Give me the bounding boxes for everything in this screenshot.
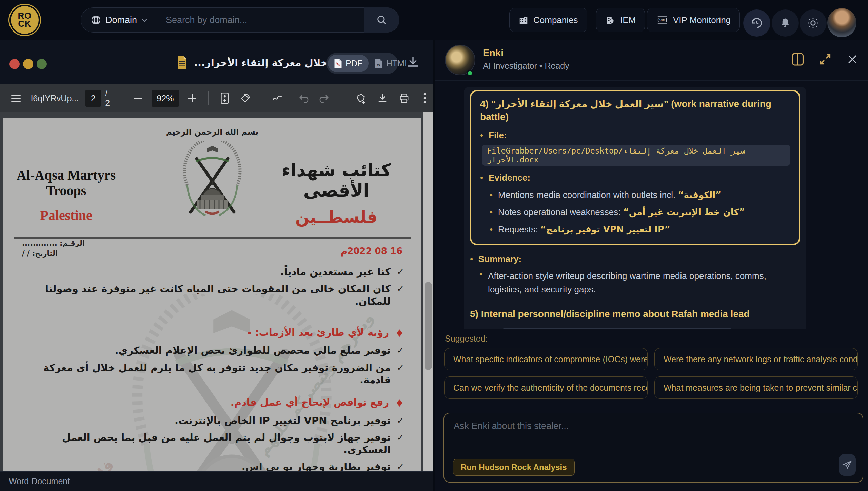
bullet-icon: • bbox=[480, 130, 483, 141]
online-status-dot bbox=[467, 70, 473, 77]
chevron-down-icon bbox=[141, 18, 148, 22]
zoom-level-display[interactable]: 92% bbox=[152, 90, 179, 107]
bullet-icon: • bbox=[480, 172, 483, 183]
file-label: File: bbox=[489, 130, 507, 141]
suggestion-chip[interactable]: Can we verify the authenticity of the do… bbox=[444, 376, 648, 399]
chat-message-area[interactable]: 4) “سير العمل خلال معركة إلتقاء الأحرار”… bbox=[435, 81, 868, 329]
document-body: ✓كنا غير مستعدين مادياً. ✓كان المكان خال… bbox=[3, 266, 421, 471]
toolbar-divider bbox=[122, 91, 122, 105]
viewer-window-header: ...ير العمل خلال معركة إلتقاء الأحرار PD… bbox=[0, 40, 433, 84]
document-download-button[interactable] bbox=[406, 56, 420, 69]
print-button[interactable] bbox=[396, 89, 413, 107]
org-emblem bbox=[177, 141, 248, 222]
more-options-kebab-icon[interactable] bbox=[416, 89, 433, 107]
fit-to-page-button[interactable] bbox=[216, 89, 233, 107]
search-type-label: Domain bbox=[105, 15, 137, 25]
window-zoom-traffic-light[interactable] bbox=[37, 59, 47, 69]
hudson-rock-logo[interactable]: RO CK bbox=[9, 5, 40, 35]
search-button[interactable] bbox=[364, 7, 399, 33]
toolbar-divider bbox=[261, 91, 261, 105]
page-total: / 2 bbox=[105, 88, 114, 108]
user-avatar[interactable] bbox=[827, 8, 856, 37]
doc-heading-line: رؤية لأي طارئ بعد الأزمات: - bbox=[248, 326, 389, 339]
suggestion-text: What measures are being taken to prevent… bbox=[664, 383, 858, 393]
window-close-traffic-light[interactable] bbox=[9, 59, 20, 69]
chat-input[interactable] bbox=[454, 421, 759, 441]
doc-line: كان المكان خالي من المقومات حتى المياه ك… bbox=[24, 283, 391, 307]
assistant-message-bubble: 4) “سير العمل خلال معركة إلتقاء الأحرار”… bbox=[464, 87, 806, 329]
file-type-label: Word Document bbox=[9, 476, 70, 486]
diamond-bullet-icon: ♦ bbox=[395, 397, 404, 410]
rotate-page-button[interactable] bbox=[237, 89, 254, 107]
history-icon bbox=[750, 16, 764, 30]
evidence-label: Evidence: bbox=[489, 172, 530, 183]
doc-line: توفير بطارية وجهاز يو بي اس. bbox=[242, 461, 391, 471]
split-view-icon[interactable] bbox=[792, 53, 804, 66]
check-icon: ✓ bbox=[397, 432, 404, 443]
document-viewer-window: ...ير العمل خلال معركة إلتقاء الأحرار PD… bbox=[0, 40, 433, 491]
toolbar-divider bbox=[208, 91, 209, 105]
ref-date-field: التاريخ: / / bbox=[22, 249, 58, 258]
annotate-draw-button[interactable] bbox=[269, 89, 286, 107]
format-pdf-tab[interactable]: PDF bbox=[328, 55, 369, 72]
suggestion-chip[interactable]: What measures are being taken to prevent… bbox=[654, 376, 858, 399]
expand-panel-icon[interactable] bbox=[819, 53, 831, 65]
zoom-out-button[interactable] bbox=[130, 89, 146, 107]
check-icon: ✓ bbox=[397, 415, 404, 426]
evidence-arabic-quote: “توفير برنامج VPN لتغيير IP” bbox=[540, 224, 670, 234]
download-pdf-button[interactable] bbox=[374, 89, 391, 107]
check-icon: ✓ bbox=[397, 283, 404, 294]
text-annotation-button[interactable] bbox=[352, 89, 369, 107]
html-file-icon: w bbox=[375, 58, 383, 68]
format-pdf-label: PDF bbox=[346, 59, 362, 68]
companies-button[interactable]: Companies bbox=[509, 8, 587, 32]
svg-text:VIP: VIP bbox=[659, 18, 665, 22]
send-message-button[interactable] bbox=[839, 454, 856, 476]
letterhead: Al-Aqsa Martyrs Troops Palestine كتائب ش… bbox=[3, 136, 421, 234]
evidence-text: Notes operational weaknesses: bbox=[498, 207, 623, 217]
summary-label: Summary: bbox=[478, 254, 521, 264]
search-type-dropdown[interactable]: Domain bbox=[81, 8, 156, 32]
doc-line: من الضرورة توفير مكان جديد تتوفر به كل م… bbox=[24, 362, 391, 386]
domain-search-bar: Domain bbox=[81, 7, 399, 33]
document-date: 16 08 2022م bbox=[341, 246, 402, 256]
check-icon: ✓ bbox=[397, 362, 404, 373]
window-minimize-traffic-light[interactable] bbox=[23, 59, 33, 69]
zoom-in-button[interactable] bbox=[184, 89, 201, 107]
run-analysis-label: Run Hudson Rock Analysis bbox=[461, 463, 567, 472]
highlighted-finding-box: 4) “سير العمل خلال معركة إلتقاء الأحرار”… bbox=[470, 90, 800, 245]
bullet-icon: • bbox=[479, 269, 482, 280]
format-toggle: PDF w HTML bbox=[326, 53, 398, 74]
vip-monitoring-label: VIP Monitoring bbox=[673, 15, 731, 25]
pdf-page-area[interactable]: ويخزهم وينصركم عليهم فاتلوهم بسم الله ال… bbox=[0, 112, 433, 471]
check-icon: ✓ bbox=[397, 461, 404, 471]
redo-button[interactable] bbox=[316, 89, 333, 107]
svg-text:w: w bbox=[377, 62, 380, 67]
theme-toggle-button[interactable] bbox=[800, 9, 827, 37]
vip-monitoring-button[interactable]: VIP VIP Monitoring bbox=[647, 8, 740, 32]
summary-text: After-action style writeup describing wa… bbox=[488, 269, 786, 296]
close-panel-icon[interactable] bbox=[847, 54, 858, 65]
suggestion-text: Were there any network logs or traffic a… bbox=[664, 354, 858, 364]
notifications-button[interactable] bbox=[772, 9, 799, 37]
viewer-status-bar: Word Document bbox=[0, 471, 433, 491]
format-html-label: HTML bbox=[386, 59, 409, 68]
suggestion-chip[interactable]: What specific indicators of compromise (… bbox=[444, 348, 648, 370]
file-path-chip[interactable]: FileGrabber/Users/pc/Desktop/سير العمل خ… bbox=[482, 145, 790, 166]
basmala-text: بسم الله الرحمن الرحيم bbox=[3, 127, 421, 136]
history-button[interactable] bbox=[743, 9, 770, 37]
iem-button[interactable]: IEM bbox=[596, 8, 645, 32]
top-navigation-bar: RO CK Domain bbox=[0, 0, 868, 40]
assistant-status: AI Investigator • Ready bbox=[483, 61, 569, 71]
run-analysis-button[interactable]: Run Hudson Rock Analysis bbox=[453, 459, 575, 476]
sidebar-menu-icon[interactable] bbox=[7, 89, 24, 107]
search-input[interactable] bbox=[156, 15, 364, 25]
bullet-icon: • bbox=[470, 254, 473, 264]
logo-text-line2: CK bbox=[18, 20, 32, 28]
page-number-input[interactable]: 2 bbox=[85, 90, 101, 107]
document-scrollbar[interactable] bbox=[423, 112, 433, 471]
undo-button[interactable] bbox=[295, 89, 312, 107]
suggestion-chip[interactable]: Were there any network logs or traffic a… bbox=[654, 348, 858, 370]
suggested-label: Suggested: bbox=[445, 334, 488, 344]
document-scrollbar-thumb[interactable] bbox=[425, 282, 432, 370]
